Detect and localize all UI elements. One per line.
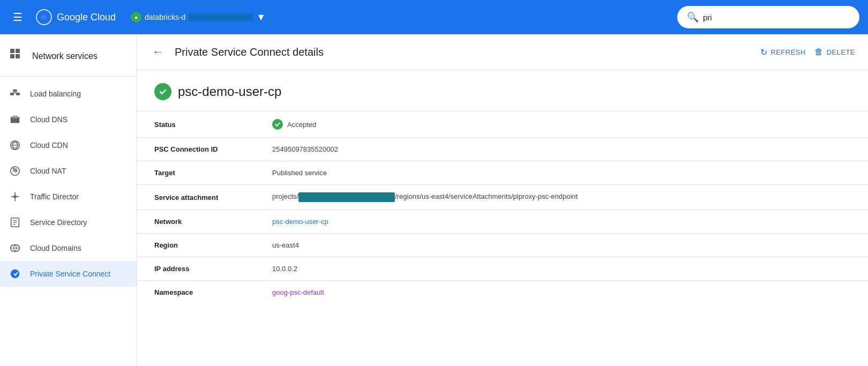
service-attachment-prefix: projects/ [272, 192, 298, 200]
field-label-network: Network [137, 210, 255, 234]
private-service-connect-icon [9, 267, 21, 280]
network-link[interactable]: psc-demo-user-cp [272, 218, 328, 226]
table-row: Target Published service [137, 161, 868, 185]
search-bar[interactable]: 🔍 [677, 6, 859, 28]
service-directory-icon [9, 216, 21, 229]
project-name-redacted [189, 13, 253, 21]
project-name: databricks-d [145, 13, 185, 21]
delete-button[interactable]: 🗑 DELETE [814, 47, 855, 57]
svg-point-20 [13, 195, 17, 198]
table-row: Status Accepted [137, 111, 868, 138]
table-row: PSC Connection ID 25495097835520002 [137, 138, 868, 161]
delete-icon: 🗑 [814, 47, 824, 57]
search-input[interactable] [703, 13, 810, 22]
logo[interactable]: Google Cloud [35, 9, 116, 26]
sidebar-header-title: Network services [32, 51, 98, 61]
svg-rect-7 [13, 89, 17, 92]
field-value-ip-address: 10.0.0.2 [255, 257, 868, 281]
sidebar-item-cloud-domains[interactable]: Cloud Domains [0, 235, 137, 261]
field-value-region: us-east4 [255, 234, 868, 257]
cloud-domains-icon [9, 242, 21, 255]
field-value-psc-connection-id: 25495097835520002 [255, 138, 868, 161]
sidebar-item-label-cloud-dns: Cloud DNS [30, 115, 68, 124]
svg-rect-3 [10, 54, 14, 58]
service-attachment-redacted [298, 192, 395, 202]
resource-header: psc-demo-user-cp [137, 70, 868, 111]
search-icon: 🔍 [687, 11, 699, 23]
main-content: ← Private Service Connect details ↻ REFR… [137, 34, 868, 366]
cloud-cdn-icon [9, 139, 21, 152]
sidebar-item-cloud-nat[interactable]: Cloud NAT [0, 158, 137, 184]
sidebar-item-cloud-dns[interactable]: Cloud DNS [0, 107, 137, 132]
page-title: Private Service Connect details [175, 46, 752, 58]
namespace-link[interactable]: goog-psc-default [272, 288, 324, 296]
sidebar-item-cloud-cdn[interactable]: Cloud CDN [0, 132, 137, 158]
field-label-ip-address: IP address [137, 257, 255, 281]
menu-icon[interactable]: ☰ [9, 6, 27, 28]
field-value-status: Accepted [255, 111, 868, 138]
traffic-director-icon [9, 190, 21, 203]
load-balancing-icon [9, 87, 21, 100]
svg-rect-2 [16, 49, 20, 53]
delete-label: DELETE [826, 48, 855, 56]
sidebar-item-label-cloud-cdn: Cloud CDN [30, 141, 68, 150]
topbar: ☰ Google Cloud ● databricks-d ▼ 🔍 [0, 0, 868, 34]
refresh-button[interactable]: ↻ REFRESH [760, 47, 806, 57]
svg-rect-5 [10, 93, 14, 95]
field-value-target: Published service [255, 161, 868, 185]
sidebar-item-label-traffic-director: Traffic Director [30, 192, 79, 201]
logo-text: Google Cloud [57, 12, 116, 23]
project-chevron-icon: ▼ [256, 12, 266, 23]
table-row: Namespace goog-psc-default [137, 281, 868, 304]
status-check-icon [272, 119, 283, 130]
sidebar-item-traffic-director[interactable]: Traffic Director [0, 184, 137, 210]
main-header: ← Private Service Connect details ↻ REFR… [137, 34, 868, 70]
sidebar-item-label-load-balancing: Load balancing [30, 89, 81, 98]
cloud-nat-icon [9, 165, 21, 177]
sidebar-item-service-directory[interactable]: Service Directory [0, 210, 137, 235]
resource-status-icon [154, 83, 171, 100]
sidebar-item-load-balancing[interactable]: Load balancing [0, 81, 137, 107]
sidebar: Network services Load balancing [0, 34, 137, 366]
svg-rect-12 [12, 116, 18, 118]
svg-rect-26 [11, 270, 20, 279]
details-table: Status Accepted PSC Connection ID 254950… [137, 111, 868, 304]
sidebar-item-label-cloud-domains: Cloud Domains [30, 244, 81, 252]
layout: Network services Load balancing [0, 34, 868, 366]
field-label-status: Status [137, 111, 255, 138]
project-selector[interactable]: ● databricks-d ▼ [131, 12, 266, 23]
sidebar-item-label-cloud-nat: Cloud NAT [30, 167, 66, 175]
refresh-icon: ↻ [760, 47, 768, 57]
svg-rect-6 [16, 93, 20, 95]
table-row: Network psc-demo-user-cp [137, 210, 868, 234]
field-label-region: Region [137, 234, 255, 257]
svg-rect-1 [10, 49, 14, 53]
sidebar-header: Network services [0, 39, 137, 77]
google-cloud-logo-icon [35, 9, 53, 26]
table-row: Service attachment projects//regions/us-… [137, 185, 868, 210]
sidebar-item-private-service-connect[interactable]: Private Service Connect [0, 261, 137, 287]
refresh-label: REFRESH [770, 48, 806, 56]
sidebar-item-label-service-directory: Service Directory [30, 218, 87, 227]
field-label-target: Target [137, 161, 255, 185]
status-value: Accepted [287, 121, 316, 129]
field-value-namespace: goog-psc-default [255, 281, 868, 304]
network-services-icon [9, 47, 24, 65]
project-dot: ● [131, 12, 141, 23]
cloud-dns-icon [9, 113, 21, 126]
field-value-network: psc-demo-user-cp [255, 210, 868, 234]
resource-name: psc-demo-user-cp [178, 84, 281, 99]
field-label-namespace: Namespace [137, 281, 255, 304]
table-row: Region us-east4 [137, 234, 868, 257]
field-label-psc-connection-id: PSC Connection ID [137, 138, 255, 161]
service-attachment-suffix: /regions/us-east4/serviceAttachments/plp… [395, 192, 578, 200]
field-value-service-attachment: projects//regions/us-east4/serviceAttach… [255, 185, 868, 210]
sidebar-item-label-private-service-connect: Private Service Connect [30, 270, 110, 278]
field-label-service-attachment: Service attachment [137, 185, 255, 210]
svg-rect-4 [16, 54, 20, 58]
back-button[interactable]: ← [150, 43, 166, 61]
table-row: IP address 10.0.0.2 [137, 257, 868, 281]
